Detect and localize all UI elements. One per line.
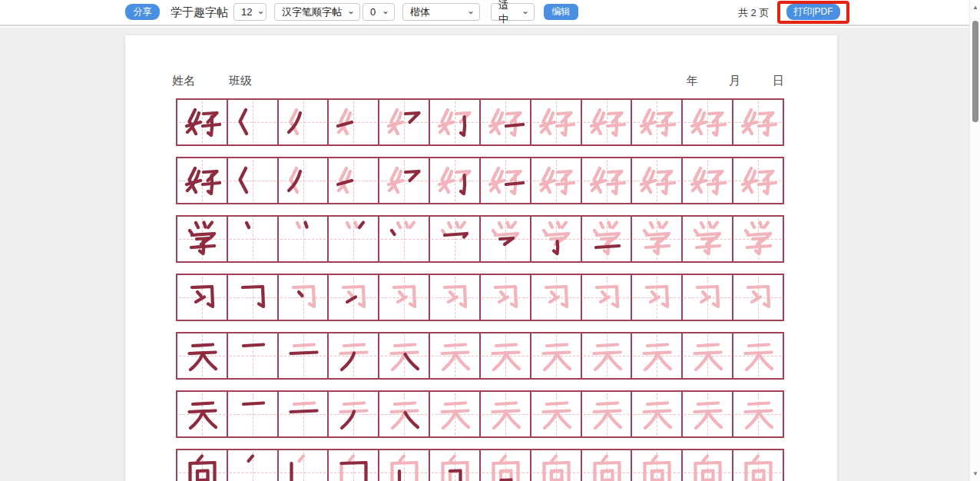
character-glyph: [183, 220, 221, 258]
scrollbar-thumb[interactable]: [972, 21, 978, 122]
character-glyph: [284, 395, 323, 433]
scrollbar[interactable]: ▲ ▼: [969, 0, 980, 481]
scroll-down-icon[interactable]: ▼: [970, 470, 980, 477]
practice-cell: [683, 392, 733, 436]
practice-cell: [177, 450, 228, 481]
character-glyph: [435, 395, 474, 433]
practice-cell: [632, 275, 683, 320]
practice-cell: [733, 333, 783, 378]
practice-cell: [531, 217, 582, 261]
character-glyph: [284, 103, 323, 141]
practice-cell: [177, 333, 228, 378]
character-glyph: [588, 220, 626, 258]
character-glyph: [435, 103, 474, 141]
name-label: 姓名: [172, 74, 195, 88]
character-glyph: [486, 103, 525, 141]
share-button[interactable]: 分享: [125, 4, 160, 20]
practice-cell: [177, 275, 228, 320]
character-glyph: [334, 395, 372, 433]
practice-cell: [329, 333, 379, 378]
character-glyph: [739, 278, 777, 317]
practice-cell: [683, 158, 733, 203]
character-glyph: [486, 220, 525, 258]
character-glyph: [233, 395, 272, 433]
density-value: 适中: [498, 0, 517, 26]
practice-cell: [228, 217, 279, 261]
character-glyph: [537, 395, 575, 433]
character-glyph: [739, 395, 777, 433]
practice-cell: [177, 392, 228, 436]
brand-title: 学于趣字帖: [171, 5, 228, 20]
practice-cell: [632, 392, 683, 436]
font-size-value: 12: [241, 6, 252, 18]
character-glyph: [284, 161, 323, 200]
character-glyph: [688, 161, 727, 200]
character-glyph: [284, 453, 323, 481]
character-glyph: [588, 453, 626, 481]
font-name-select[interactable]: 楷体 ⌄: [402, 3, 480, 21]
character-glyph: [385, 103, 423, 141]
font-size-select[interactable]: 12 ⌄: [233, 3, 267, 21]
character-glyph: [183, 161, 221, 200]
practice-cell: [582, 392, 633, 436]
character-glyph: [537, 220, 575, 258]
practice-cell: [733, 217, 783, 261]
sheet-type-select[interactable]: 汉字笔顺字帖 ⌄: [274, 3, 360, 21]
practice-cell: [228, 100, 279, 144]
practice-cell: [329, 275, 379, 320]
character-glyph: [385, 161, 423, 200]
character-glyph: [537, 453, 575, 481]
toolbar: 分享 学于趣字帖 12 ⌄ 汉字笔顺字帖 ⌄ 0 ⌄ 楷体 ⌄ 适中 ⌄ 编辑 …: [0, 0, 980, 26]
practice-cell: [481, 450, 531, 481]
practice-cell: [632, 217, 683, 261]
character-glyph: [637, 453, 676, 481]
practice-cell: [379, 450, 430, 481]
practice-cell: [279, 333, 329, 378]
character-glyph: [739, 453, 777, 481]
character-glyph: [637, 337, 676, 375]
practice-cell: [329, 450, 379, 481]
character-glyph: [688, 453, 727, 481]
practice-cell: [733, 392, 783, 436]
practice-cell: [531, 333, 582, 378]
practice-cell: [481, 217, 531, 261]
character-glyph: [284, 278, 323, 317]
character-glyph: [739, 220, 777, 258]
print-pdf-button[interactable]: 打印|PDF: [786, 4, 840, 20]
character-glyph: [334, 220, 372, 258]
practice-cell: [279, 275, 329, 320]
class-label: 班级: [229, 74, 252, 88]
practice-cell: [531, 158, 582, 203]
edit-button[interactable]: 编辑: [544, 4, 578, 20]
practice-cell: [228, 158, 279, 203]
character-glyph: [688, 395, 727, 433]
character-glyph: [334, 161, 372, 200]
practice-cell: [228, 392, 279, 436]
character-glyph: [486, 395, 525, 433]
scroll-up-icon[interactable]: ▲: [970, 4, 980, 11]
character-glyph: [637, 103, 676, 141]
practice-cell: [733, 100, 783, 144]
practice-cell: [379, 217, 430, 261]
character-glyph: [334, 103, 372, 141]
practice-cell: [379, 275, 430, 320]
character-glyph: [233, 453, 272, 481]
character-glyph: [637, 220, 676, 258]
practice-cell: [582, 217, 633, 261]
character-glyph: [334, 453, 372, 481]
practice-cell: [177, 217, 228, 261]
content-area: 姓名 班级 年 月 日: [0, 28, 980, 481]
character-glyph: [486, 161, 525, 200]
practice-cell: [430, 217, 481, 261]
practice-cell: [177, 158, 228, 203]
stroke-offset-select[interactable]: 0 ⌄: [363, 3, 395, 21]
practice-cell: [379, 158, 430, 203]
chevron-down-icon: ⌄: [347, 5, 355, 16]
character-glyph: [385, 337, 423, 375]
year-label: 年: [687, 74, 698, 88]
density-select[interactable]: 适中 ⌄: [491, 3, 535, 21]
page-count-label: 共 2 页: [738, 6, 769, 20]
character-glyph: [284, 337, 323, 375]
practice-cell: [379, 392, 430, 436]
practice-cell: [279, 392, 329, 436]
